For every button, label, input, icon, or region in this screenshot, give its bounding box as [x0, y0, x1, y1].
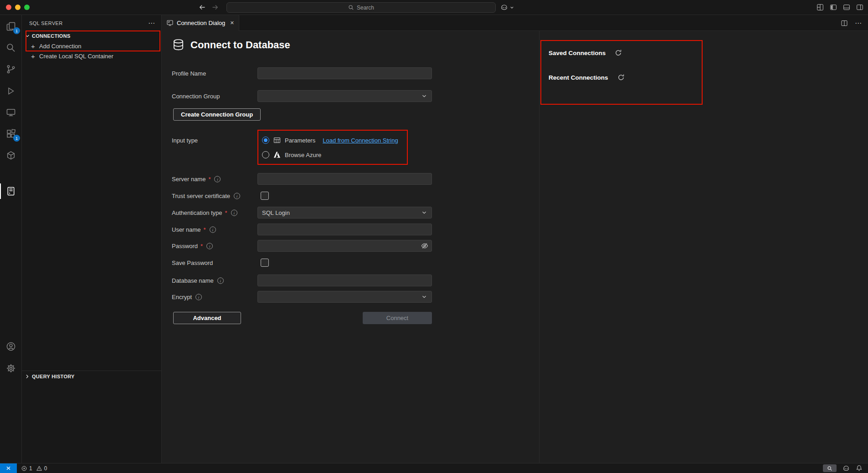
- bell-icon[interactable]: [856, 465, 863, 472]
- advanced-button[interactable]: Advanced: [173, 312, 241, 324]
- search-activity-button[interactable]: [0, 39, 22, 57]
- warning-count: 0: [44, 465, 47, 472]
- go-back-icon[interactable]: [199, 4, 206, 11]
- customize-layout-icon[interactable]: [817, 4, 824, 11]
- password-input[interactable]: [257, 240, 432, 252]
- window-close-button[interactable]: [6, 5, 11, 10]
- status-bar: 1 0: [0, 463, 868, 473]
- toggle-primary-sidebar-icon[interactable]: [830, 4, 837, 11]
- save-password-row: Save Password: [162, 259, 539, 267]
- refresh-icon[interactable]: [615, 49, 622, 56]
- plus-icon: +: [30, 43, 36, 50]
- required-asterisk: *: [208, 176, 211, 183]
- server-name-input[interactable]: [257, 173, 432, 185]
- source-control-icon[interactable]: [0, 60, 22, 78]
- create-local-sql-container-label: Create Local SQL Container: [39, 53, 113, 60]
- user-name-input[interactable]: [257, 224, 432, 235]
- connection-group-select[interactable]: [257, 90, 432, 102]
- browse-azure-option: Browse Azure: [257, 149, 321, 160]
- dialog-heading: Connect to Database: [172, 38, 290, 51]
- trust-server-certificate-checkbox[interactable]: [261, 192, 269, 200]
- database-name-row: Database name i: [162, 275, 539, 286]
- sidebar-more-actions-icon[interactable]: ⋯: [148, 20, 155, 26]
- add-connection-item[interactable]: + Add Connection: [22, 41, 161, 51]
- password-label: Password: [172, 243, 198, 249]
- input-type-row: Input type Parameters Load from Connecti…: [162, 135, 539, 160]
- password-row: Password * i: [162, 240, 539, 252]
- authentication-type-select[interactable]: SQL Login: [257, 207, 432, 219]
- save-password-label: Save Password: [172, 259, 213, 266]
- input-type-label: Input type: [172, 137, 198, 144]
- recent-connections-header: Recent Connections: [549, 74, 625, 81]
- database-name-input[interactable]: [257, 275, 432, 286]
- copilot-status-icon[interactable]: [842, 465, 850, 472]
- run-debug-icon[interactable]: [0, 82, 22, 100]
- save-password-checkbox[interactable]: [261, 259, 269, 267]
- window-zoom-button[interactable]: [24, 5, 30, 10]
- explorer-badge: 1: [13, 27, 20, 34]
- extensions-badge: 1: [13, 135, 20, 142]
- saved-connections-header: Saved Connections: [549, 49, 622, 56]
- eye-off-icon[interactable]: [421, 242, 428, 249]
- sql-server-activity-button[interactable]: [0, 182, 22, 200]
- connection-dialog-tab-icon: [166, 20, 174, 27]
- search-input[interactable]: Search: [226, 2, 496, 13]
- browse-azure-radio[interactable]: [262, 151, 269, 158]
- error-icon: [21, 465, 27, 472]
- query-history-label: QUERY HISTORY: [32, 374, 75, 379]
- tab-connection-dialog[interactable]: Connection Dialog ✕: [162, 15, 239, 31]
- connect-button[interactable]: Connect: [363, 312, 432, 324]
- info-icon: i: [195, 294, 202, 300]
- info-icon: i: [214, 176, 221, 182]
- connection-dialog-content: Connect to Database Profile Name Connect…: [162, 31, 868, 463]
- azure-icon: [273, 151, 281, 158]
- accounts-icon[interactable]: [0, 337, 22, 356]
- encrypt-select[interactable]: [257, 291, 432, 303]
- table-icon: [273, 137, 281, 144]
- chevron-down-icon: [421, 209, 427, 216]
- window-minimize-button[interactable]: [15, 5, 21, 10]
- page-title: Connect to Database: [190, 39, 290, 51]
- profile-name-input[interactable]: [257, 67, 432, 79]
- sidebar-sql-server: SQL SERVER ⋯ CONNECTIONS + Add Connectio…: [22, 15, 162, 463]
- tab-close-icon[interactable]: ✕: [230, 20, 234, 26]
- required-asterisk: *: [204, 226, 206, 233]
- query-history-section-header[interactable]: QUERY HISTORY: [22, 371, 161, 381]
- connection-group-row: Connection Group: [162, 90, 539, 102]
- problems-button[interactable]: 1 0: [17, 463, 51, 473]
- zoom-indicator-button[interactable]: [823, 464, 837, 472]
- parameters-radio[interactable]: [262, 137, 269, 144]
- copilot-menu-button[interactable]: [500, 2, 514, 13]
- load-from-connection-string-link[interactable]: Load from Connection String: [323, 137, 398, 144]
- user-name-label: User name: [172, 226, 201, 233]
- editor-area: Connection Dialog ✕ ⋯ Connect to Databas…: [162, 15, 868, 463]
- settings-gear-icon[interactable]: [0, 359, 22, 377]
- remote-indicator-button[interactable]: [0, 463, 17, 473]
- sidebar-header: SQL SERVER ⋯: [22, 15, 161, 31]
- info-icon: i: [217, 277, 224, 284]
- toggle-panel-icon[interactable]: [843, 4, 850, 11]
- error-count: 1: [29, 465, 32, 472]
- connections-section-label: CONNECTIONS: [32, 33, 71, 39]
- plus-icon: +: [30, 53, 36, 60]
- activity-bar: 1 1: [0, 15, 22, 463]
- tab-bar: Connection Dialog ✕ ⋯: [162, 15, 868, 31]
- go-forward-icon[interactable]: [211, 4, 219, 11]
- refresh-icon[interactable]: [617, 74, 625, 81]
- package-icon[interactable]: [0, 147, 22, 165]
- extensions-icon[interactable]: 1: [0, 125, 22, 143]
- chevron-down-icon: [509, 5, 514, 10]
- connection-group-label: Connection Group: [172, 93, 220, 100]
- browse-azure-label: Browse Azure: [285, 152, 321, 158]
- remote-explorer-icon[interactable]: [0, 103, 22, 122]
- chevron-down-icon: [421, 93, 427, 99]
- create-connection-group-button[interactable]: Create Connection Group: [173, 108, 261, 121]
- create-local-sql-container-item[interactable]: + Create Local SQL Container: [22, 51, 161, 61]
- info-icon: i: [206, 243, 213, 249]
- toggle-secondary-sidebar-icon[interactable]: [856, 4, 863, 11]
- split-editor-icon[interactable]: [841, 20, 848, 27]
- connections-section-header[interactable]: CONNECTIONS: [22, 31, 161, 41]
- status-bar-right: [823, 463, 868, 473]
- explorer-activity-button[interactable]: 1: [0, 17, 22, 36]
- editor-more-actions-icon[interactable]: ⋯: [855, 20, 862, 26]
